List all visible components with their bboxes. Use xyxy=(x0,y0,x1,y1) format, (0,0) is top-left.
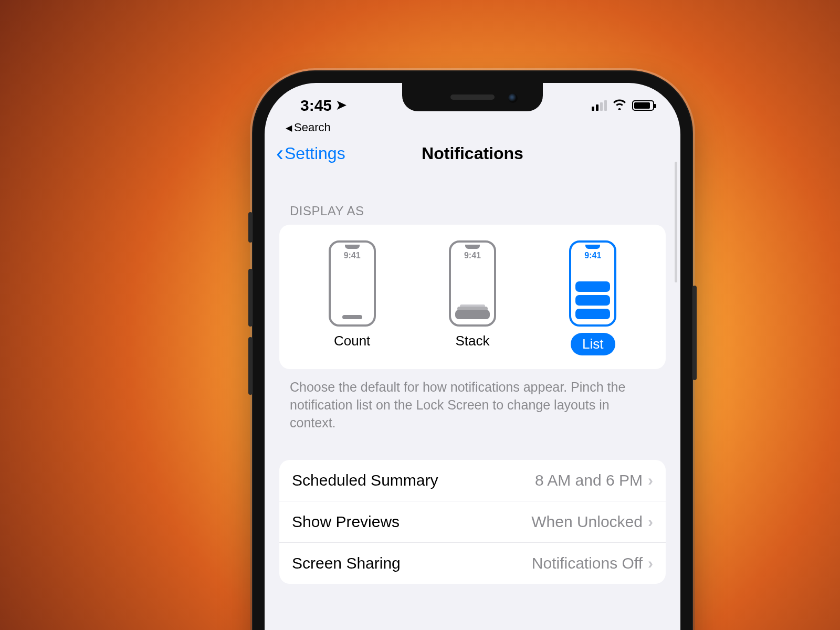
option-label: List xyxy=(571,333,615,355)
row-value: 8 AM and 6 PM xyxy=(535,471,643,489)
battery-icon xyxy=(632,100,654,111)
nav-bar: ‹ Settings Notifications xyxy=(265,136,680,170)
phone-frame: 3:45 ➤ ◀ Search ‹ Settings Notific xyxy=(252,70,693,630)
speaker-grille xyxy=(450,94,495,100)
breadcrumb-back-icon: ◀ xyxy=(286,123,292,133)
front-camera xyxy=(508,93,518,103)
settings-list: Scheduled Summary 8 AM and 6 PM › Show P… xyxy=(279,460,666,584)
status-time: 3:45 xyxy=(300,97,332,114)
preview-list-icon: 9:41 xyxy=(569,240,616,327)
back-label: Settings xyxy=(285,144,345,163)
display-option-list[interactable]: 9:41 List xyxy=(569,240,616,355)
row-label: Show Previews xyxy=(292,513,400,531)
volume-down-button xyxy=(248,337,253,395)
back-button[interactable]: ‹ Settings xyxy=(276,142,345,164)
cellular-signal-icon xyxy=(592,100,607,111)
location-arrow-icon: ➤ xyxy=(336,98,346,112)
breadcrumb-label: Search xyxy=(294,121,331,134)
row-scheduled-summary[interactable]: Scheduled Summary 8 AM and 6 PM › xyxy=(279,460,666,501)
preview-time: 9:41 xyxy=(344,251,361,260)
notch xyxy=(402,83,543,111)
breadcrumb-back[interactable]: ◀ Search xyxy=(265,121,680,136)
option-label: Count xyxy=(334,333,370,349)
row-value: When Unlocked xyxy=(531,513,643,531)
chevron-right-icon: › xyxy=(648,471,653,489)
preview-count-icon: 9:41 xyxy=(329,240,376,327)
preview-time: 9:41 xyxy=(584,251,601,260)
scroll-indicator xyxy=(675,162,677,282)
screen: 3:45 ➤ ◀ Search ‹ Settings Notific xyxy=(265,83,680,630)
wifi-icon xyxy=(612,98,627,113)
page-title: Notifications xyxy=(422,144,523,163)
volume-up-button xyxy=(248,269,253,327)
display-option-stack[interactable]: 9:41 Stack xyxy=(449,240,496,355)
chevron-left-icon: ‹ xyxy=(276,142,284,164)
section-header-display-as: DISPLAY AS xyxy=(279,170,666,225)
mute-switch xyxy=(248,212,253,243)
row-show-previews[interactable]: Show Previews When Unlocked › xyxy=(279,501,666,543)
preview-stack-icon: 9:41 xyxy=(449,240,496,327)
chevron-right-icon: › xyxy=(648,554,653,572)
display-option-count[interactable]: 9:41 Count xyxy=(329,240,376,355)
chevron-right-icon: › xyxy=(648,513,653,531)
row-label: Screen Sharing xyxy=(292,554,401,572)
option-label: Stack xyxy=(455,333,489,349)
row-label: Scheduled Summary xyxy=(292,471,438,489)
power-button xyxy=(692,286,697,380)
preview-time: 9:41 xyxy=(464,251,481,260)
row-screen-sharing[interactable]: Screen Sharing Notifications Off › xyxy=(279,543,666,584)
display-as-card: 9:41 Count 9:41 Stack xyxy=(279,225,666,369)
row-value: Notifications Off xyxy=(532,554,643,572)
section-footer-display-as: Choose the default for how notifications… xyxy=(279,369,666,432)
